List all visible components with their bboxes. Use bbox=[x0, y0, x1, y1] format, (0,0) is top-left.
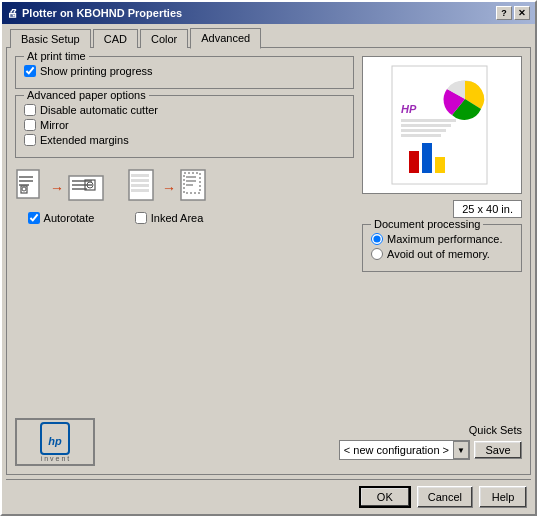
content-area: Basic Setup CAD Color Advanced At print … bbox=[2, 24, 535, 514]
quick-sets-row: < new configuration > ▼ Save bbox=[339, 440, 522, 460]
title-bar: 🖨 Plotter on KBOHND Properties ? ✕ bbox=[2, 2, 535, 24]
inked-area-checkbox-row: Inked Area bbox=[135, 212, 204, 224]
inked-area-group: → bbox=[127, 168, 211, 227]
mirror-label: Mirror bbox=[40, 119, 69, 131]
paper-landscape-icon bbox=[67, 172, 107, 204]
window-icon: 🖨 bbox=[7, 7, 18, 19]
inked-area-arrow: → bbox=[162, 180, 176, 196]
dialog-buttons: OK Cancel Help bbox=[6, 479, 531, 510]
advanced-tab-panel: At print time Show printing progress Adv… bbox=[6, 47, 531, 475]
save-button[interactable]: Save bbox=[474, 441, 522, 459]
cancel-button[interactable]: Cancel bbox=[417, 486, 473, 508]
avoid-memory-label: Avoid out of memory. bbox=[387, 248, 490, 260]
autorotate-icons: → bbox=[15, 168, 107, 208]
tab-advanced[interactable]: Advanced bbox=[190, 28, 261, 49]
icons-section: → bbox=[15, 164, 354, 231]
document-processing-group: Document processing Maximum performance.… bbox=[362, 224, 522, 272]
svg-rect-24 bbox=[401, 119, 456, 122]
dropdown-arrow-icon[interactable]: ▼ bbox=[453, 441, 469, 459]
main-content: At print time Show printing progress Adv… bbox=[15, 56, 522, 408]
svg-rect-2 bbox=[19, 180, 33, 182]
advanced-paper-label: Advanced paper options bbox=[24, 89, 149, 101]
svg-rect-15 bbox=[131, 184, 149, 187]
max-performance-radio[interactable] bbox=[371, 233, 383, 245]
full-page-icon bbox=[127, 168, 159, 208]
autorotate-checkbox[interactable] bbox=[28, 212, 40, 224]
document-preview-svg: HP bbox=[387, 61, 497, 189]
document-processing-label: Document processing bbox=[371, 218, 483, 230]
inked-area-icons: → bbox=[127, 168, 211, 208]
avoid-memory-row: Avoid out of memory. bbox=[371, 248, 513, 260]
inked-area-label: Inked Area bbox=[151, 212, 204, 224]
svg-text:HP: HP bbox=[401, 103, 417, 115]
svg-rect-1 bbox=[19, 176, 33, 178]
inked-page-icon bbox=[179, 168, 211, 208]
svg-rect-14 bbox=[131, 179, 149, 182]
svg-rect-26 bbox=[401, 129, 446, 132]
at-print-time-group: At print time Show printing progress bbox=[15, 56, 354, 89]
disable-cutter-row: Disable automatic cutter bbox=[24, 104, 345, 116]
right-panel: HP bbox=[362, 56, 522, 408]
hp-logo: hp bbox=[40, 422, 69, 455]
autorotate-group: → bbox=[15, 168, 107, 227]
extended-margins-label: Extended margins bbox=[40, 134, 129, 146]
svg-rect-8 bbox=[72, 184, 92, 186]
title-bar-title: 🖨 Plotter on KBOHND Properties bbox=[7, 7, 182, 19]
quick-sets-label: Quick Sets bbox=[469, 424, 522, 436]
help-button[interactable]: Help bbox=[479, 486, 527, 508]
disable-cutter-label: Disable automatic cutter bbox=[40, 104, 158, 116]
preview-box: HP bbox=[362, 56, 522, 194]
svg-rect-13 bbox=[131, 174, 149, 177]
hp-logo-area: hp i n v e n t bbox=[15, 418, 95, 466]
avoid-memory-radio[interactable] bbox=[371, 248, 383, 260]
close-button[interactable]: ✕ bbox=[514, 6, 530, 20]
disable-cutter-checkbox[interactable] bbox=[24, 104, 36, 116]
svg-rect-21 bbox=[186, 184, 193, 186]
svg-rect-19 bbox=[186, 176, 196, 178]
paper-portrait-icon bbox=[15, 168, 47, 208]
max-performance-row: Maximum performance. bbox=[371, 233, 513, 245]
max-performance-label: Maximum performance. bbox=[387, 233, 503, 245]
quick-sets-area: Quick Sets < new configuration > ▼ Save bbox=[339, 424, 522, 460]
paper-size-label: 25 x 40 in. bbox=[453, 200, 522, 218]
show-printing-progress-row: Show printing progress bbox=[24, 65, 345, 77]
extended-margins-checkbox[interactable] bbox=[24, 134, 36, 146]
show-printing-progress-checkbox[interactable] bbox=[24, 65, 36, 77]
svg-rect-29 bbox=[409, 151, 419, 173]
inked-area-checkbox[interactable] bbox=[135, 212, 147, 224]
main-window: 🖨 Plotter on KBOHND Properties ? ✕ Basic… bbox=[0, 0, 537, 516]
extended-margins-row: Extended margins bbox=[24, 134, 345, 146]
svg-rect-25 bbox=[401, 124, 451, 127]
tab-cad[interactable]: CAD bbox=[93, 29, 138, 48]
autorotate-checkbox-row: Autorotate bbox=[28, 212, 95, 224]
show-printing-progress-label: Show printing progress bbox=[40, 65, 153, 77]
hp-invent-text: i n v e n t bbox=[41, 455, 69, 462]
svg-rect-31 bbox=[435, 157, 445, 173]
svg-rect-30 bbox=[422, 143, 432, 173]
autorotate-arrow: → bbox=[50, 180, 64, 196]
svg-rect-16 bbox=[131, 189, 149, 192]
at-print-time-label: At print time bbox=[24, 50, 89, 62]
mirror-checkbox[interactable] bbox=[24, 119, 36, 131]
help-title-button[interactable]: ? bbox=[496, 6, 512, 20]
tab-bar: Basic Setup CAD Color Advanced bbox=[6, 28, 531, 48]
svg-rect-27 bbox=[401, 134, 441, 137]
title-bar-buttons: ? ✕ bbox=[496, 6, 530, 20]
autorotate-label: Autorotate bbox=[44, 212, 95, 224]
mirror-row: Mirror bbox=[24, 119, 345, 131]
advanced-paper-group: Advanced paper options Disable automatic… bbox=[15, 95, 354, 158]
svg-rect-20 bbox=[186, 180, 196, 182]
tab-color[interactable]: Color bbox=[140, 29, 188, 48]
bottom-bar: hp i n v e n t Quick Sets < new configur… bbox=[15, 414, 522, 466]
ok-button[interactable]: OK bbox=[359, 486, 411, 508]
quick-sets-dropdown[interactable]: < new configuration > ▼ bbox=[339, 440, 470, 460]
tab-basic-setup[interactable]: Basic Setup bbox=[10, 29, 91, 48]
left-panel: At print time Show printing progress Adv… bbox=[15, 56, 354, 408]
